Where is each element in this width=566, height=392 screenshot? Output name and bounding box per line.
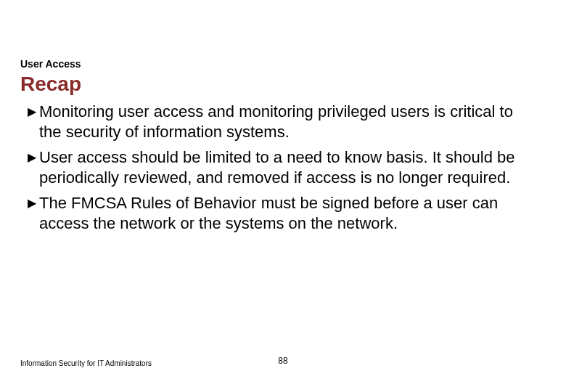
bullet-marker-icon: ▶ [28,196,36,211]
list-item: ▶ The FMCSA Rules of Behavior must be si… [36,193,537,233]
list-item: ▶ Monitoring user access and monitoring … [36,102,537,142]
bullet-list: ▶ Monitoring user access and monitoring … [36,102,537,239]
page-number: 88 [278,356,287,366]
bullet-text: The FMCSA Rules of Behavior must be sign… [39,194,498,232]
footer-text: Information Security for IT Administrato… [20,359,152,367]
footer: Information Security for IT Administrato… [20,356,546,370]
bullet-marker-icon: ▶ [28,105,36,119]
slide-title: Recap [20,73,81,96]
slide: User Access Recap ▶ Monitoring user acce… [0,0,566,392]
bullet-marker-icon: ▶ [28,150,36,165]
bullet-text: Monitoring user access and monitoring pr… [39,102,513,141]
bullet-text: User access should be limited to a need … [39,148,514,187]
list-item: ▶ User access should be limited to a nee… [36,147,537,187]
section-label: User Access [20,58,81,70]
